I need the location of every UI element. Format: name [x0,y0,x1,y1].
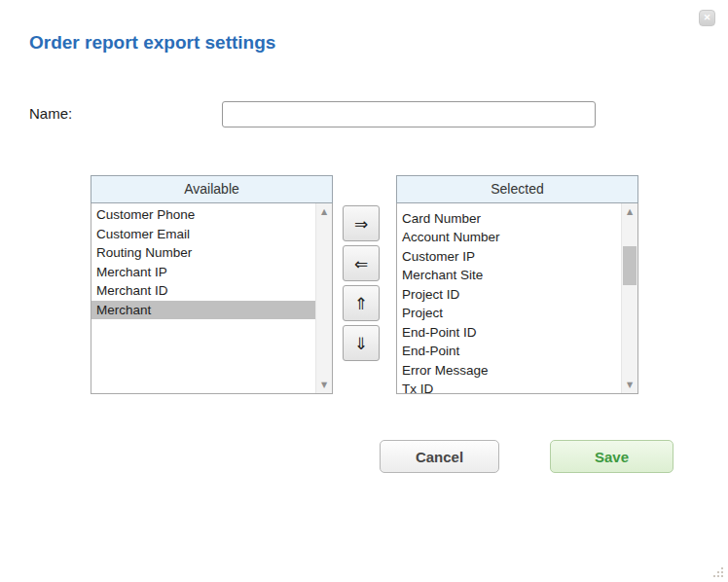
save-button[interactable]: Save [550,440,673,473]
selected-listbox[interactable]: Card HolderCard NumberAccount NumberCust… [396,203,638,394]
available-scrollbar[interactable]: ▲ ▼ [315,203,332,393]
list-item[interactable]: Project ID [397,285,621,305]
list-item[interactable]: Customer Phone [91,205,315,225]
available-panel: Available Customer PhoneCustomer EmailRo… [91,175,333,394]
move-to-selected-button[interactable]: ⇒ [343,205,380,241]
list-item[interactable]: Merchant ID [91,281,315,301]
transfer-buttons: ⇒ ⇐ ⇑ ⇓ [343,205,380,365]
list-item[interactable]: Card Number [397,209,621,229]
list-item[interactable]: End-Point [397,342,621,361]
list-item[interactable]: Tx ID [397,380,621,394]
available-listbox[interactable]: Customer PhoneCustomer EmailRouting Numb… [91,203,333,394]
selected-header: Selected [396,175,638,203]
list-item[interactable]: Customer IP [397,247,621,267]
scrollbar-thumb[interactable] [623,246,637,285]
scroll-down-icon[interactable]: ▼ [316,377,332,393]
list-item[interactable]: Merchant IP [91,263,315,282]
close-icon[interactable]: ✕ [699,10,715,26]
selected-list: Card HolderCard NumberAccount NumberCust… [397,203,621,394]
cancel-button[interactable]: Cancel [380,440,499,473]
dialog-title: Order report export settings [29,32,275,54]
list-item[interactable]: Account Number [397,228,621,247]
scroll-down-icon[interactable]: ▼ [622,377,637,393]
available-header: Available [91,175,333,203]
scroll-up-icon[interactable]: ▲ [622,203,637,220]
list-item[interactable]: Error Message [397,361,621,381]
list-item[interactable]: End-Point ID [397,323,621,343]
list-item[interactable]: Merchant [91,301,315,320]
available-list: Customer PhoneCustomer EmailRouting Numb… [91,203,315,319]
list-item[interactable]: Project [397,304,621,323]
move-to-available-button[interactable]: ⇐ [343,245,380,281]
selected-scrollbar[interactable]: ▲ ▼ [621,203,637,393]
name-label: Name: [29,105,72,122]
selected-panel: Selected Card HolderCard NumberAccount N… [396,175,638,394]
scroll-up-icon[interactable]: ▲ [316,203,332,220]
order-report-export-dialog: ✕ Order report export settings Name: Ava… [0,0,728,582]
list-item[interactable]: Routing Number [91,243,315,263]
list-item[interactable]: Merchant Site [397,266,621,285]
list-item[interactable]: Customer Email [91,225,315,244]
resize-grip-icon[interactable] [710,564,725,579]
move-up-button[interactable]: ⇑ [343,285,380,321]
move-down-button[interactable]: ⇓ [343,325,380,361]
name-input[interactable] [222,101,596,127]
